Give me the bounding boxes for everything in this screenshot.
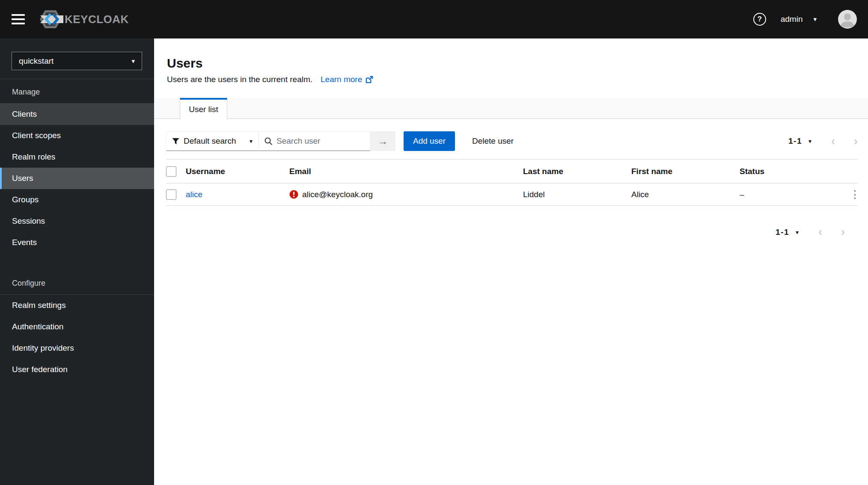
table-header-row: Username Email Last name First name Stat…: [166, 160, 858, 183]
sidebar-item-authentication[interactable]: Authentication: [0, 316, 154, 337]
table-row: alice alice@keycloak.org Liddel Alice –: [166, 183, 858, 206]
previous-page-button[interactable]: ‹: [818, 226, 822, 238]
previous-page-button[interactable]: ‹: [831, 136, 835, 147]
main-content: Users Users are the users in the current…: [154, 38, 868, 485]
sidebar-item-clients[interactable]: Clients: [0, 104, 154, 125]
pagination-options-toggle[interactable]: ▾: [809, 138, 812, 145]
realm-name: quickstart: [19, 56, 54, 66]
column-last-name: Last name: [523, 167, 631, 176]
page-title: Users: [167, 56, 858, 71]
pagination-bottom-row: 1-1 ▾ ‹ ›: [166, 226, 858, 238]
search-icon: [264, 137, 273, 145]
tab-user-list[interactable]: User list: [180, 98, 227, 119]
avatar[interactable]: [838, 10, 857, 29]
nav-section-configure: Configure: [0, 270, 154, 295]
keycloak-logo[interactable]: KEYCLOAK: [40, 9, 130, 30]
row-checkbox[interactable]: [166, 189, 176, 200]
pagination-range: 1-1: [776, 228, 789, 237]
search-field: [259, 131, 370, 151]
sidebar-item-users[interactable]: Users: [0, 168, 154, 189]
first-name-value: Alice: [631, 190, 740, 199]
tab-bar: User list: [154, 98, 868, 119]
sidebar-item-events[interactable]: Events: [0, 232, 154, 253]
toolbar: Default search ▾ → Add user Dele: [166, 131, 858, 151]
masthead: KEYCLOAK ? admin ▾: [0, 0, 868, 38]
select-all-checkbox[interactable]: [166, 166, 176, 177]
sidebar-item-realm-settings[interactable]: Realm settings: [0, 295, 154, 316]
help-glyph: ?: [758, 15, 762, 24]
sidebar-item-sessions[interactable]: Sessions: [0, 210, 154, 232]
keycloak-admin-console: KEYCLOAK ? admin ▾ quickstart: [0, 0, 868, 485]
email-value: alice@keycloak.org: [302, 190, 373, 199]
page-subtitle: Users are the users in the current realm…: [167, 75, 858, 84]
sidebar-item-identity-providers[interactable]: Identity providers: [0, 337, 154, 359]
avatar-person-icon: [838, 10, 857, 29]
last-name-value: Liddel: [523, 190, 631, 199]
username-link[interactable]: alice: [186, 190, 202, 199]
sidebar-item-groups[interactable]: Groups: [0, 189, 154, 210]
hamburger-menu-icon[interactable]: [12, 14, 25, 24]
next-page-button[interactable]: ›: [854, 136, 858, 147]
pagination-bottom: 1-1 ▾ ‹ ›: [776, 226, 845, 238]
nav-section-manage: Manage: [0, 79, 154, 104]
pagination-options-toggle[interactable]: ▾: [796, 229, 799, 236]
page-header: Users Users are the users in the current…: [154, 38, 868, 84]
username-label: admin: [781, 15, 803, 24]
filter-icon: [172, 138, 179, 145]
chevron-down-icon: ▾: [813, 15, 817, 23]
column-status: Status: [740, 167, 850, 176]
search-input[interactable]: [276, 136, 365, 146]
pagination-top: 1-1 ▾ ‹ ›: [788, 136, 858, 147]
users-table: Username Email Last name First name Stat…: [166, 159, 858, 206]
realm-selector-section: quickstart ▾: [0, 38, 154, 79]
arrow-right-icon: →: [378, 135, 388, 147]
email-unverified-icon: [289, 190, 298, 199]
sidebar-item-realm-roles[interactable]: Realm roles: [0, 146, 154, 168]
add-user-button[interactable]: Add user: [404, 131, 455, 151]
chevron-down-icon: ▾: [250, 138, 253, 145]
column-email: Email: [289, 167, 523, 176]
realm-selector[interactable]: quickstart ▾: [12, 52, 142, 70]
pagination-range: 1-1: [788, 136, 802, 146]
sidebar-item-client-scopes[interactable]: Client scopes: [0, 125, 154, 146]
column-username: Username: [186, 167, 289, 176]
learn-more-link[interactable]: Learn more: [321, 75, 373, 84]
sidebar-item-user-federation[interactable]: User federation: [0, 359, 154, 380]
sidebar: quickstart ▾ Manage Clients Client scope…: [0, 38, 154, 485]
status-value: –: [740, 190, 850, 199]
chevron-down-icon: ▾: [131, 57, 135, 65]
column-first-name: First name: [631, 167, 740, 176]
search-type-label: Default search: [184, 136, 236, 146]
svg-text:KEYCLOAK: KEYCLOAK: [65, 13, 129, 26]
help-icon[interactable]: ?: [753, 13, 766, 26]
keycloak-logo-icon: KEYCLOAK: [40, 9, 130, 30]
delete-user-button[interactable]: Delete user: [472, 136, 514, 146]
search-type-dropdown[interactable]: Default search ▾: [166, 131, 259, 151]
masthead-actions: ? admin ▾: [753, 10, 857, 29]
next-page-button[interactable]: ›: [841, 226, 845, 238]
user-list-panel: Default search ▾ → Add user Dele: [154, 119, 868, 485]
external-link-icon: [365, 76, 373, 84]
row-actions-kebab-icon[interactable]: ⋮: [850, 189, 861, 200]
user-dropdown[interactable]: admin ▾: [781, 15, 817, 24]
page-subtitle-text: Users are the users in the current realm…: [167, 75, 312, 84]
search-submit-button[interactable]: →: [370, 131, 395, 151]
